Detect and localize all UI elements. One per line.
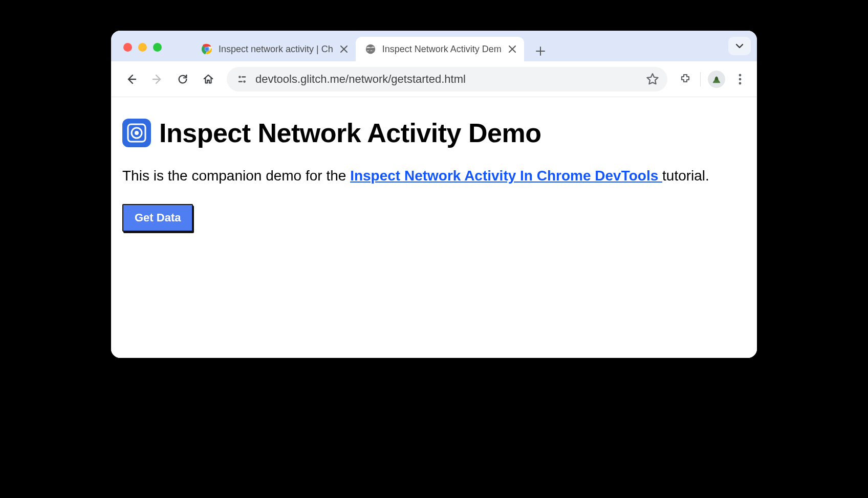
forward-button[interactable] bbox=[146, 68, 168, 90]
menu-kebab-icon[interactable] bbox=[732, 72, 748, 87]
intro-paragraph: This is the companion demo for the Inspe… bbox=[122, 166, 746, 186]
devtools-logo-icon bbox=[122, 119, 151, 147]
extensions-icon[interactable] bbox=[678, 72, 693, 87]
toolbar-right bbox=[675, 71, 748, 88]
window-close-button[interactable] bbox=[123, 43, 132, 52]
intro-prefix: This is the companion demo for the bbox=[122, 168, 350, 184]
new-tab-button[interactable] bbox=[530, 41, 551, 61]
svg-point-14 bbox=[135, 131, 139, 135]
svg-rect-6 bbox=[242, 76, 246, 78]
reload-button[interactable] bbox=[171, 68, 194, 90]
svg-rect-8 bbox=[238, 81, 243, 82]
window-controls bbox=[123, 43, 162, 52]
page-content: Inspect Network Activity Demo This is th… bbox=[111, 97, 757, 358]
tab-inspect-network-activity-doc[interactable]: Inspect network activity | Ch bbox=[192, 37, 356, 61]
url-text[interactable]: devtools.glitch.me/network/getstarted.ht… bbox=[255, 73, 638, 86]
tab-inspect-network-activity-demo[interactable]: Inspect Network Activity Dem bbox=[356, 37, 524, 61]
globe-favicon-icon bbox=[365, 43, 376, 55]
home-button[interactable] bbox=[197, 68, 220, 90]
svg-point-5 bbox=[238, 76, 241, 78]
tab-search-dropdown[interactable] bbox=[728, 37, 751, 55]
browser-window: Inspect network activity | Ch Inspect Ne… bbox=[111, 31, 757, 358]
svg-point-11 bbox=[739, 82, 742, 84]
svg-point-4 bbox=[366, 44, 375, 54]
tab-close-button[interactable] bbox=[339, 44, 349, 54]
tutorial-link[interactable]: Inspect Network Activity In Chrome DevTo… bbox=[350, 168, 662, 184]
window-minimize-button[interactable] bbox=[138, 43, 147, 52]
bookmark-star-icon[interactable] bbox=[645, 72, 660, 87]
tab-title: Inspect Network Activity Dem bbox=[382, 44, 502, 55]
window-maximize-button[interactable] bbox=[153, 43, 162, 52]
svg-point-9 bbox=[739, 74, 742, 76]
get-data-button[interactable]: Get Data bbox=[122, 204, 193, 232]
svg-point-3 bbox=[205, 48, 209, 51]
address-bar[interactable]: devtools.glitch.me/network/getstarted.ht… bbox=[227, 67, 667, 92]
heading-row: Inspect Network Activity Demo bbox=[122, 118, 746, 148]
site-settings-icon[interactable] bbox=[236, 73, 248, 85]
tab-strip: Inspect network activity | Ch Inspect Ne… bbox=[111, 31, 757, 61]
chrome-favicon-icon bbox=[201, 43, 212, 55]
intro-suffix: tutorial. bbox=[662, 168, 709, 184]
tabs-area: Inspect network activity | Ch Inspect Ne… bbox=[192, 31, 753, 61]
back-button[interactable] bbox=[120, 68, 143, 90]
toolbar-divider bbox=[700, 72, 701, 86]
tab-title: Inspect network activity | Ch bbox=[219, 44, 333, 55]
toolbar: devtools.glitch.me/network/getstarted.ht… bbox=[111, 61, 757, 97]
svg-point-10 bbox=[739, 78, 742, 80]
svg-point-7 bbox=[243, 80, 246, 83]
page-title: Inspect Network Activity Demo bbox=[159, 118, 541, 148]
tab-close-button[interactable] bbox=[508, 44, 517, 54]
profile-avatar[interactable] bbox=[708, 71, 725, 88]
